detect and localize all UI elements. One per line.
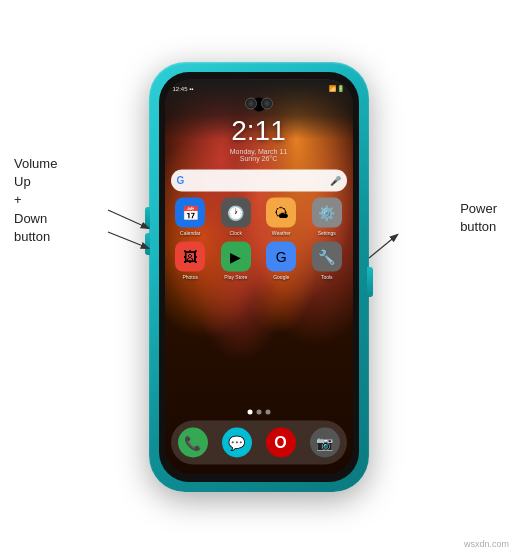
camera-lens-1: [245, 97, 257, 109]
dot-2: [256, 409, 261, 414]
screen-wallpaper: 12:45 ▪▪ 📶 🔋 2:11 Monday, March 11 Sunny…: [165, 79, 353, 474]
clock-icon: 🕐: [221, 197, 251, 227]
volume-line5: button: [14, 229, 50, 244]
photos-icon: 🖼: [175, 241, 205, 271]
power-button[interactable]: [367, 267, 373, 297]
app-google[interactable]: G Google: [262, 241, 302, 279]
lock-date-line1: Monday, March 11: [230, 147, 287, 154]
app-photos[interactable]: 🖼 Photos: [171, 241, 211, 279]
phone-outer: 12:45 ▪▪ 📶 🔋 2:11 Monday, March 11 Sunny…: [149, 62, 369, 492]
status-left: 12:45 ▪▪: [173, 85, 194, 91]
lock-date: Monday, March 11 Sunny 26°C: [165, 147, 353, 161]
settings-label: Settings: [318, 229, 336, 235]
camera-bump: [245, 97, 273, 109]
phone-screen: 12:45 ▪▪ 📶 🔋 2:11 Monday, March 11 Sunny…: [165, 79, 353, 474]
clock-label: Clock: [229, 229, 242, 235]
tools-label: Tools: [321, 273, 333, 279]
volume-down-button[interactable]: [145, 233, 150, 255]
status-bar: 12:45 ▪▪ 📶 🔋: [165, 79, 353, 97]
svg-line-1: [108, 232, 148, 248]
search-bar[interactable]: G 🎤: [171, 169, 347, 191]
camera-lens-2: [261, 97, 273, 109]
playstore-icon: ▶: [221, 241, 251, 271]
google-label: Google: [273, 273, 289, 279]
app-playstore[interactable]: ▶ Play Store: [216, 241, 256, 279]
page-dots: [247, 409, 270, 414]
dock-opera[interactable]: O: [266, 427, 296, 457]
power-label: Power button: [460, 200, 497, 236]
diagram-container: 12:45 ▪▪ 📶 🔋 2:11 Monday, March 11 Sunny…: [0, 0, 517, 553]
phone-inner: 12:45 ▪▪ 📶 🔋 2:11 Monday, March 11 Sunny…: [159, 72, 359, 482]
volume-label: Volume Up + Down button: [14, 155, 57, 246]
status-right: 📶 🔋: [329, 85, 345, 92]
dock-messages[interactable]: 💬: [222, 427, 252, 457]
app-calendar[interactable]: 📅 Calendar: [171, 197, 211, 235]
volume-up-button[interactable]: [145, 207, 150, 229]
calendar-label: Calendar: [180, 229, 200, 235]
volume-line1: Volume: [14, 156, 57, 171]
microphone-icon: 🎤: [330, 175, 341, 185]
google-icon: G: [266, 241, 296, 271]
photos-label: Photos: [182, 273, 198, 279]
svg-line-0: [108, 210, 148, 228]
calendar-icon: 📅: [175, 197, 205, 227]
settings-icon: ⚙️: [312, 197, 342, 227]
volume-line2: Up: [14, 174, 31, 189]
dot-3: [265, 409, 270, 414]
weather-label: Weather: [272, 229, 291, 235]
app-settings[interactable]: ⚙️ Settings: [307, 197, 347, 235]
watermark: wsxdn.com: [464, 539, 509, 549]
lock-date-line2: Sunny 26°C: [240, 154, 277, 161]
google-g-icon: G: [177, 175, 185, 186]
app-grid: 📅 Calendar 🕐 Clock 🌤 Weather ⚙️: [171, 197, 347, 279]
power-line1: Power: [460, 201, 497, 216]
power-line2: button: [460, 219, 496, 234]
tools-icon: 🔧: [312, 241, 342, 271]
bottom-dock: 📞 💬 O 📷: [171, 420, 347, 464]
playstore-label: Play Store: [224, 273, 247, 279]
svg-line-2: [369, 235, 397, 258]
volume-line3: +: [14, 192, 22, 207]
dock-camera[interactable]: 📷: [310, 427, 340, 457]
volume-line4: Down: [14, 211, 47, 226]
app-tools[interactable]: 🔧 Tools: [307, 241, 347, 279]
app-clock[interactable]: 🕐 Clock: [216, 197, 256, 235]
app-weather[interactable]: 🌤 Weather: [262, 197, 302, 235]
weather-icon: 🌤: [266, 197, 296, 227]
dot-1: [247, 409, 252, 414]
dock-phone[interactable]: 📞: [178, 427, 208, 457]
lock-time: 2:11: [165, 114, 353, 146]
